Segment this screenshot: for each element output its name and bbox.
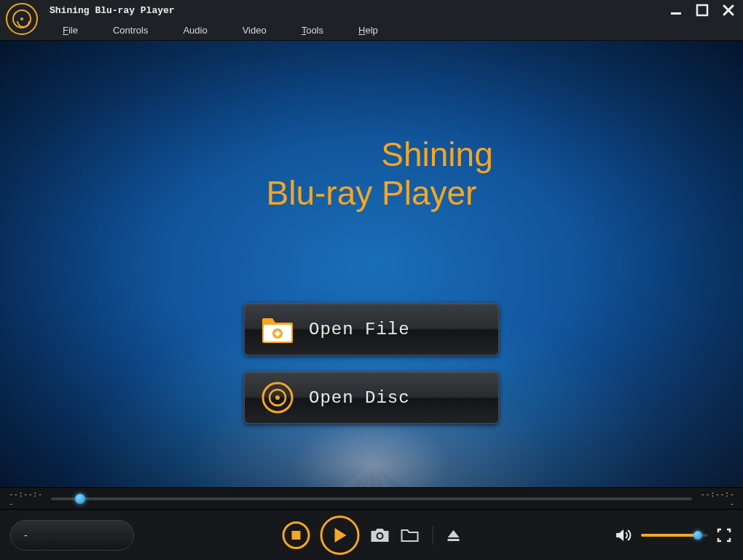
camera-icon: [370, 527, 390, 543]
center-action-buttons: Open File Open Disc: [244, 303, 499, 424]
fullscreen-button[interactable]: [717, 528, 731, 543]
playback-controls: [283, 516, 461, 555]
info-display: -: [10, 520, 134, 551]
menu-tools[interactable]: Tools: [284, 22, 341, 39]
svg-rect-1: [697, 5, 707, 15]
brand-title: Shining Blu-ray Player: [0, 135, 743, 213]
stop-button[interactable]: [283, 521, 310, 549]
volume-slider[interactable]: [641, 534, 708, 537]
control-bar: -: [0, 509, 743, 560]
info-text: -: [24, 529, 28, 541]
snapshot-button[interactable]: [370, 527, 390, 543]
close-button[interactable]: [720, 1, 737, 19]
open-disc-button[interactable]: Open Disc: [244, 371, 499, 424]
open-disc-label: Open Disc: [309, 388, 410, 408]
brand-line2: Blu-ray Player: [0, 174, 743, 213]
stop-icon: [291, 530, 302, 540]
menu-bar: File Controls Audio Video Tools Help: [0, 20, 743, 41]
speaker-icon: [615, 528, 632, 543]
eject-icon: [447, 529, 461, 542]
open-file-button[interactable]: Open File: [244, 303, 499, 355]
menu-file[interactable]: File: [45, 22, 95, 39]
fullscreen-icon: [717, 528, 731, 543]
folder-plus-icon: [261, 312, 294, 346]
menu-help[interactable]: Help: [341, 22, 396, 39]
menu-audio[interactable]: Audio: [165, 22, 224, 39]
svg-rect-5: [275, 333, 280, 335]
disc-icon: [261, 381, 294, 414]
volume-fill: [641, 534, 698, 537]
remaining-time: --:--:--: [699, 489, 734, 508]
video-area: Shining Blu-ray Player Open File: [0, 41, 743, 487]
open-file-label: Open File: [309, 320, 410, 339]
svg-rect-12: [448, 539, 460, 541]
app-logo-icon: [6, 3, 38, 35]
folder-icon: [401, 528, 420, 543]
menu-video[interactable]: Video: [225, 22, 284, 39]
volume-button[interactable]: [615, 528, 632, 543]
app-title: Shining Blu-ray Player: [50, 5, 175, 16]
svg-point-11: [378, 534, 382, 538]
play-button[interactable]: [321, 516, 360, 555]
seek-thumb-icon: [75, 494, 85, 504]
open-folder-button[interactable]: [401, 528, 420, 543]
volume-thumb-icon: [693, 531, 702, 540]
seek-slider[interactable]: [51, 497, 692, 500]
brand-line1: Shining: [0, 135, 743, 174]
app-window: Shining Blu-ray Player File Controls Aud…: [0, 0, 743, 560]
right-controls: [615, 528, 731, 543]
progress-bar-row: --:--:-- --:--:--: [0, 487, 743, 509]
control-separator: [433, 526, 433, 545]
elapsed-time: --:--:--: [9, 489, 44, 508]
eject-button[interactable]: [447, 529, 461, 542]
play-icon: [332, 527, 348, 544]
window-controls: [667, 1, 737, 19]
maximize-button[interactable]: [693, 1, 711, 19]
svg-point-8: [275, 395, 280, 400]
menu-controls[interactable]: Controls: [95, 22, 165, 39]
svg-rect-0: [671, 12, 681, 15]
svg-rect-9: [292, 531, 301, 540]
minimize-button[interactable]: [667, 1, 685, 19]
title-bar: Shining Blu-ray Player: [0, 0, 743, 20]
